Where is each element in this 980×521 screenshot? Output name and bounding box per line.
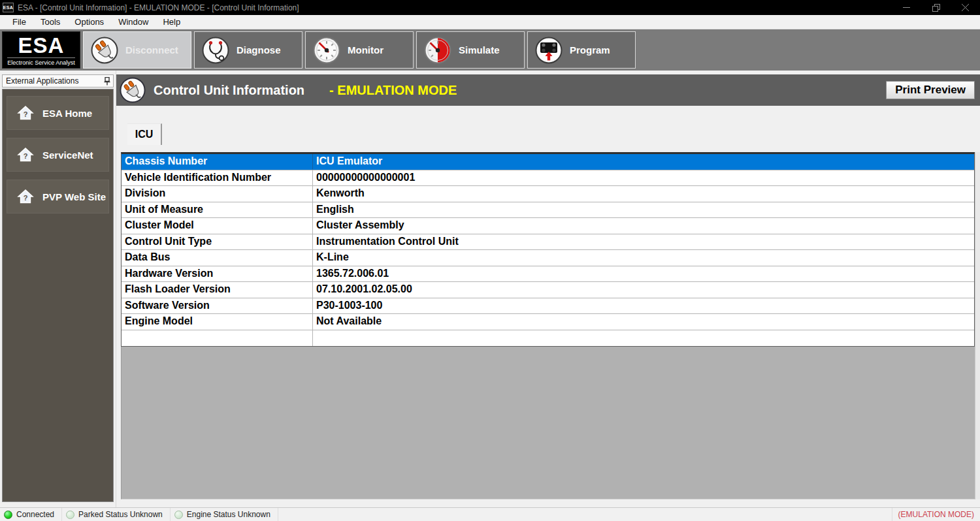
- menu-bar: File Tools Options Window Help: [0, 15, 980, 29]
- monitor-button[interactable]: Monitor: [305, 31, 414, 69]
- disconnect-button[interactable]: Disconnect: [83, 31, 191, 69]
- vertical-scrollbar[interactable]: [975, 152, 980, 499]
- table-row[interactable]: Flash Loader Version 07.10.2001.02.05.00: [122, 282, 974, 298]
- statusbar-emulation-mode: (EMULATION MODE): [892, 508, 980, 521]
- minimize-icon: [903, 4, 910, 11]
- minimize-button[interactable]: [892, 0, 921, 15]
- table-cell-value: English: [313, 202, 974, 218]
- status-label: Connected: [16, 510, 54, 519]
- plug-icon: [120, 77, 146, 103]
- esa-logo-title: ESA: [18, 35, 65, 57]
- table-cell-label: Hardware Version: [122, 266, 313, 282]
- table-cell-value: 07.10.2001.02.05.00: [313, 282, 974, 298]
- gauge-icon: [313, 37, 340, 64]
- table-cell-label: Engine Model: [122, 314, 313, 330]
- table-cell-label: Chassis Number: [122, 154, 313, 170]
- table-row[interactable]: Hardware Version 1365.72.006.01: [122, 266, 974, 283]
- pin-icon[interactable]: [104, 77, 110, 86]
- module-upload-icon: [535, 37, 563, 64]
- tab-icu[interactable]: ICU: [127, 123, 162, 145]
- sidebar-item-esa-home[interactable]: ? ESA Home: [7, 96, 109, 130]
- table-cell-label: [122, 330, 313, 347]
- parked-status-indicator-icon: [66, 511, 74, 519]
- table-row[interactable]: Chassis Number ICU Emulator: [122, 154, 974, 170]
- table-cell-value: Not Available: [313, 314, 974, 330]
- sidebar-header-label: External Applications: [6, 76, 78, 86]
- home-question-icon: ?: [17, 105, 34, 121]
- control-unit-info-table: Chassis Number ICU Emulator Vehicle Iden…: [121, 152, 975, 347]
- table-row[interactable]: Engine Model Not Available: [122, 314, 974, 330]
- sidebar-item-pvp-web-site[interactable]: ? PVP Web Site: [7, 180, 109, 213]
- table-background-area: [121, 347, 975, 499]
- table-row[interactable]: Division Kenworth: [122, 186, 974, 202]
- sidebar-panel: ? ESA Home ? ServiceNet ? PVP: [2, 89, 114, 502]
- menu-help[interactable]: Help: [155, 16, 188, 28]
- table-row[interactable]: Vehicle Identification Number 0000000000…: [122, 170, 974, 187]
- table-cell-label: Control Unit Type: [122, 234, 313, 250]
- status-bar: Connected Parked Status Unknown Engine S…: [0, 507, 980, 521]
- status-parked: Parked Status Unknown: [62, 508, 171, 521]
- restore-icon: [932, 4, 940, 12]
- esa-logo: ESA Electronic Service Analyst: [2, 31, 80, 69]
- sidebar-item-label: ServiceNet: [42, 150, 93, 161]
- table-cell-label: Data Bus: [122, 250, 313, 266]
- window-body: External Applications ? ESA Home: [0, 71, 980, 507]
- menu-options[interactable]: Options: [67, 16, 111, 28]
- esa-logo-subtitle: Electronic Service Analyst: [7, 57, 75, 66]
- connected-indicator-icon: [4, 511, 12, 519]
- status-engine: Engine Status Unknown: [171, 508, 278, 521]
- table-row[interactable]: Control Unit Type Instrumentation Contro…: [122, 234, 974, 251]
- table-cell-value: ICU Emulator: [313, 154, 974, 170]
- home-question-icon: ?: [17, 189, 34, 204]
- table-row[interactable]: Unit of Measure English: [122, 202, 974, 219]
- close-icon: [962, 4, 969, 11]
- print-preview-button[interactable]: Print Preview: [886, 81, 975, 99]
- menu-tools[interactable]: Tools: [33, 16, 67, 28]
- restore-button[interactable]: [921, 0, 951, 15]
- table-cell-label: Vehicle Identification Number: [122, 170, 313, 186]
- program-label: Program: [570, 44, 610, 55]
- external-applications-sidebar: External Applications ? ESA Home: [0, 71, 116, 507]
- table-row[interactable]: Cluster Model Cluster Assembly: [122, 218, 974, 234]
- status-connected: Connected: [0, 508, 62, 521]
- esa-application-window: ESA ESA - [Control Unit Information] - E…: [0, 0, 980, 521]
- gauge-red-icon: [424, 37, 451, 64]
- diagnose-label: Diagnose: [237, 44, 281, 55]
- svg-text:?: ?: [24, 194, 28, 202]
- window-controls: [892, 0, 980, 15]
- plug-icon: [91, 37, 118, 64]
- table-cell-value: Cluster Assembly: [313, 218, 974, 234]
- page-header: Control Unit Information - EMULATION MOD…: [116, 74, 980, 106]
- table-row-empty[interactable]: [122, 330, 974, 347]
- status-label: Parked Status Unknown: [78, 510, 163, 519]
- sidebar-item-servicenet[interactable]: ? ServiceNet: [7, 138, 109, 172]
- simulate-label: Simulate: [459, 44, 500, 55]
- table-cell-value: K-Line: [313, 250, 974, 266]
- menu-window[interactable]: Window: [111, 16, 155, 28]
- table-cell-value: Instrumentation Control Unit: [313, 234, 974, 250]
- table-cell-label: Cluster Model: [122, 218, 313, 234]
- app-icon: ESA: [3, 3, 14, 12]
- monitor-label: Monitor: [348, 44, 384, 55]
- emulation-mode-label: - EMULATION MODE: [329, 83, 457, 98]
- menu-file[interactable]: File: [5, 16, 33, 28]
- table-cell-label: Division: [122, 186, 313, 202]
- table-cell-value: P30-1003-100: [313, 298, 974, 314]
- main-panel: Control Unit Information - EMULATION MOD…: [116, 71, 980, 507]
- stethoscope-icon: [202, 37, 229, 64]
- table-row[interactable]: Software Version P30-1003-100: [122, 298, 974, 315]
- main-toolbar: ESA Electronic Service Analyst Disconnec…: [0, 29, 980, 71]
- diagnose-button[interactable]: Diagnose: [194, 31, 302, 69]
- table-column: Chassis Number ICU Emulator Vehicle Iden…: [121, 152, 975, 499]
- sidebar-item-label: ESA Home: [42, 108, 92, 119]
- home-question-icon: ?: [17, 147, 34, 163]
- table-cell-value: Kenworth: [313, 186, 974, 202]
- simulate-button[interactable]: Simulate: [416, 31, 525, 69]
- table-row[interactable]: Data Bus K-Line: [122, 250, 974, 266]
- close-button[interactable]: [951, 0, 980, 15]
- status-label: Engine Status Unknown: [187, 510, 270, 519]
- table-cell-value: 00000000000000001: [313, 170, 974, 186]
- table-cell-label: Software Version: [122, 298, 313, 314]
- program-button[interactable]: Program: [527, 31, 636, 69]
- table-cell-value: 1365.72.006.01: [313, 266, 974, 282]
